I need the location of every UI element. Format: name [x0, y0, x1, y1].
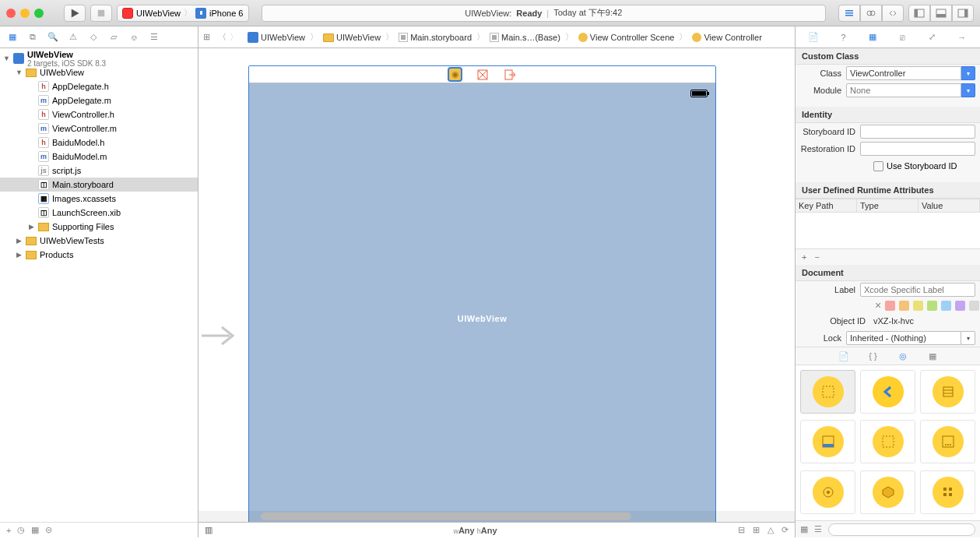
- lib-tab-bar-controller[interactable]: [800, 420, 855, 463]
- window-minimize-icon[interactable]: [20, 9, 30, 18]
- first-responder-proxy-icon[interactable]: [475, 67, 490, 82]
- swatch-6[interactable]: [969, 301, 979, 311]
- code-snippet-lib-tab[interactable]: { }: [866, 349, 880, 363]
- report-navigator-tab[interactable]: ☰: [146, 32, 162, 42]
- identity-inspector-tab[interactable]: ▦: [866, 32, 880, 42]
- label-color-swatches[interactable]: ×: [796, 298, 980, 312]
- file-inspector-tab[interactable]: 📄: [806, 32, 820, 42]
- nav-item[interactable]: ◫Main.storyboard: [0, 178, 198, 192]
- nav-item[interactable]: ▶UIWebViewTests: [0, 234, 198, 248]
- nav-item[interactable]: hAppDelegate.h: [0, 79, 198, 93]
- inspector-selector[interactable]: 📄 ? ▦ ⎚ ⤢ →: [796, 26, 980, 48]
- lock-combo[interactable]: ▾: [846, 331, 975, 345]
- jb-3[interactable]: Main.s…(Base): [501, 33, 560, 42]
- swatch-1[interactable]: [899, 301, 909, 311]
- view-controller-scene[interactable]: ◉ UIWebView: [248, 65, 716, 522]
- udra-table[interactable]: Key Path Type Value: [796, 199, 980, 249]
- lib-collection-view-controller[interactable]: [920, 470, 975, 514]
- media-lib-tab[interactable]: ▦: [926, 349, 940, 363]
- lock-input[interactable]: [846, 331, 961, 345]
- back-button[interactable]: 〈: [218, 31, 227, 43]
- pin-button[interactable]: ⊞: [753, 525, 760, 535]
- align-button[interactable]: ⊟: [738, 525, 745, 535]
- navigator-tree[interactable]: ▼ UIWebView 2 targets, iOS SDK 8.3 ▼UIWe…: [0, 48, 198, 522]
- class-input[interactable]: [846, 66, 961, 80]
- storyboard-canvas[interactable]: ◉ UIWebView: [198, 48, 795, 522]
- storyboard-id-input[interactable]: [860, 125, 975, 139]
- module-combo[interactable]: ▾: [846, 83, 975, 97]
- window-close-icon[interactable]: [6, 9, 16, 18]
- nav-item[interactable]: hBaiduModel.h: [0, 136, 198, 150]
- navigator-filter-bar[interactable]: + ◷ ▦ ⊝: [0, 522, 198, 537]
- nav-item[interactable]: hViewController.h: [0, 107, 198, 122]
- lock-dropdown-icon[interactable]: ▾: [961, 331, 975, 345]
- lib-view-controller[interactable]: [800, 370, 855, 414]
- nav-item[interactable]: mAppDelegate.m: [0, 93, 198, 107]
- lib-split-view-controller[interactable]: [860, 420, 915, 463]
- toggle-navigator-button[interactable]: [908, 5, 930, 22]
- scm-filter-icon[interactable]: ▦: [31, 525, 39, 535]
- grid-view-icon[interactable]: ▦: [800, 524, 808, 534]
- file-template-lib-tab[interactable]: 📄: [837, 349, 851, 363]
- swatch-3[interactable]: [927, 301, 937, 311]
- project-root[interactable]: ▼ UIWebView 2 targets, iOS SDK 8.3: [0, 51, 198, 65]
- related-items-icon[interactable]: ⊞: [203, 32, 210, 42]
- nav-item[interactable]: ▶Supporting Files: [0, 220, 198, 234]
- library-selector[interactable]: 📄 { } ◎ ▦: [796, 347, 980, 365]
- module-input[interactable]: [846, 83, 961, 97]
- swatch-4[interactable]: [941, 301, 951, 311]
- breakpoint-navigator-tab[interactable]: ⎊: [126, 33, 142, 42]
- jb-0[interactable]: UIWebView: [261, 33, 305, 42]
- size-inspector-tab[interactable]: ⤢: [926, 32, 940, 42]
- module-dropdown-icon[interactable]: ▾: [961, 83, 975, 97]
- editor-mode-segment[interactable]: [838, 5, 904, 22]
- doc-label-input[interactable]: [860, 283, 975, 297]
- test-navigator-tab[interactable]: ◇: [86, 32, 101, 42]
- navigator-selector[interactable]: ▦ ⧉ 🔍 ⚠ ◇ ▱ ⎊ ☰: [0, 26, 198, 48]
- scene-dock[interactable]: ◉: [249, 66, 715, 83]
- resolve-issues-button[interactable]: △: [767, 525, 774, 535]
- library-search-input[interactable]: [828, 523, 975, 536]
- nav-item[interactable]: ◫LaunchScreen.xib: [0, 206, 198, 220]
- class-combo[interactable]: ▾: [846, 66, 975, 80]
- list-view-icon[interactable]: ☰: [814, 524, 822, 534]
- connections-inspector-tab[interactable]: →: [955, 33, 969, 42]
- lib-navigation-controller[interactable]: [860, 370, 915, 414]
- jb-1[interactable]: UIWebView: [336, 33, 381, 42]
- nav-item[interactable]: ▼UIWebView: [0, 65, 198, 79]
- class-dropdown-icon[interactable]: ▾: [961, 66, 975, 80]
- resizing-button[interactable]: ⟳: [782, 525, 789, 535]
- udra-remove-button[interactable]: −: [814, 252, 819, 262]
- view-controller-proxy-icon[interactable]: ◉: [448, 67, 462, 82]
- jb-5[interactable]: View Controller: [704, 33, 761, 42]
- lib-page-view-controller[interactable]: [920, 420, 975, 463]
- document-outline-toggle[interactable]: ▥: [205, 525, 213, 535]
- nav-item[interactable]: mViewController.m: [0, 122, 198, 136]
- jb-2[interactable]: Main.storyboard: [410, 33, 472, 42]
- swatch-5[interactable]: [955, 301, 965, 311]
- horizontal-scrollbar[interactable]: [198, 511, 795, 522]
- lib-glkit-controller[interactable]: [800, 470, 855, 514]
- scheme-selector[interactable]: UIWebView 〉 iPhone 6: [117, 5, 249, 22]
- nav-item[interactable]: jsscript.js: [0, 164, 198, 178]
- nav-item[interactable]: ▶Products: [0, 248, 198, 262]
- jump-bar[interactable]: ⊞ 〈 〉 UIWebView〉 UIWebView〉 Main.storybo…: [198, 26, 796, 48]
- assistant-editor-button[interactable]: [860, 5, 882, 22]
- toggle-debug-button[interactable]: [930, 5, 952, 22]
- toggle-utilities-button[interactable]: [952, 5, 974, 22]
- version-editor-button[interactable]: [882, 5, 904, 22]
- quickhelp-inspector-tab[interactable]: ?: [836, 33, 850, 42]
- view-segment[interactable]: [908, 5, 974, 22]
- exit-proxy-icon[interactable]: [502, 67, 517, 82]
- filter-icon[interactable]: ⊝: [45, 525, 52, 535]
- restoration-id-input[interactable]: [860, 142, 975, 156]
- nav-item[interactable]: mBaiduModel.m: [0, 150, 198, 164]
- object-lib-tab[interactable]: ◎: [896, 349, 910, 363]
- window-zoom-icon[interactable]: [34, 9, 44, 18]
- project-navigator-tab[interactable]: ▦: [5, 32, 20, 42]
- recent-filter-icon[interactable]: ◷: [17, 525, 25, 535]
- run-button[interactable]: [64, 5, 86, 22]
- add-button[interactable]: +: [6, 526, 11, 535]
- issue-navigator-tab[interactable]: ⚠: [65, 32, 81, 42]
- object-library[interactable]: [796, 365, 980, 520]
